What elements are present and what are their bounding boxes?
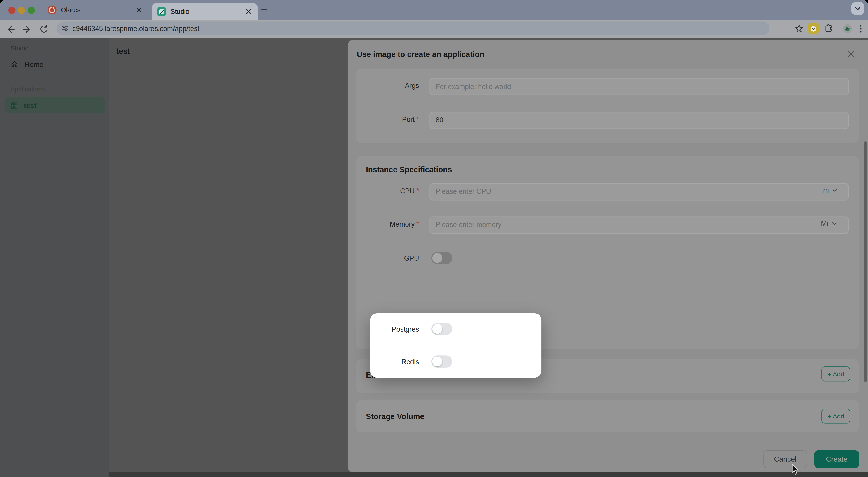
studio-favicon-icon bbox=[157, 7, 166, 16]
back-icon[interactable] bbox=[3, 22, 18, 36]
cancel-button[interactable]: Cancel bbox=[763, 450, 807, 469]
create-button[interactable]: Create bbox=[814, 450, 859, 469]
reload-icon[interactable] bbox=[37, 22, 51, 36]
extension-dog-icon[interactable] bbox=[808, 23, 819, 34]
modal-scrollbar[interactable] bbox=[864, 141, 867, 382]
memory-label: Memory* bbox=[356, 220, 419, 228]
tab-olares[interactable]: Olares bbox=[42, 0, 148, 20]
add-storage-volume-button[interactable]: + Add bbox=[822, 409, 850, 423]
memory-input[interactable] bbox=[430, 216, 848, 233]
sidebar-section-studio: Studio bbox=[0, 38, 109, 52]
page-bottom-strip bbox=[109, 472, 868, 477]
create-application-modal: Use image to create an application Args … bbox=[347, 39, 868, 472]
toggle-knob bbox=[432, 253, 442, 263]
cpu-label: CPU* bbox=[356, 187, 419, 195]
sidebar-item-label: Home bbox=[24, 60, 43, 68]
args-input[interactable] bbox=[430, 78, 848, 95]
toggle-knob bbox=[432, 357, 442, 366]
tab-studio[interactable]: Studio bbox=[152, 3, 258, 20]
olares-favicon-icon bbox=[48, 5, 57, 14]
postgres-label: Postgres bbox=[370, 325, 419, 333]
home-icon bbox=[11, 60, 18, 68]
port-label: Port* bbox=[356, 116, 419, 123]
postgres-toggle[interactable] bbox=[431, 323, 452, 335]
close-icon[interactable] bbox=[847, 50, 855, 58]
footer-divider bbox=[347, 441, 868, 441]
tab-strip: Olares Studio bbox=[0, 0, 868, 20]
cpu-unit-value: m bbox=[823, 186, 829, 194]
gpu-toggle[interactable] bbox=[431, 252, 452, 264]
sidebar: Studio Home Applications test bbox=[0, 38, 109, 477]
cpu-input[interactable] bbox=[430, 183, 848, 200]
menu-dots-icon[interactable] bbox=[856, 21, 866, 36]
memory-unit-value: Mi bbox=[821, 220, 828, 228]
toolbar-divider bbox=[839, 24, 839, 33]
browser-window: Olares Studio bbox=[0, 0, 868, 477]
url-text: c9446345.laresprime.olares.com/app/test bbox=[72, 25, 199, 32]
modal-title: Use image to create an application bbox=[357, 50, 484, 58]
storage-volume-card: Storage Volume + Add bbox=[356, 400, 859, 432]
general-fields-card: Args Port* bbox=[356, 69, 859, 143]
section-title-storage-volume: Storage Volume bbox=[366, 412, 424, 420]
apps-grid-icon bbox=[11, 101, 18, 109]
chevron-down-icon bbox=[832, 188, 838, 193]
required-asterisk: * bbox=[416, 187, 419, 195]
site-settings-icon[interactable] bbox=[61, 24, 69, 33]
traffic-light-minimize-icon[interactable] bbox=[18, 6, 25, 13]
forward-icon[interactable] bbox=[20, 22, 34, 36]
spotlight-highlight-card: Postgres Redis bbox=[370, 313, 541, 378]
toggle-knob bbox=[432, 324, 442, 334]
section-title-instance-specifications: Instance Specifications bbox=[366, 165, 452, 174]
toolbar-right-icons bbox=[793, 22, 866, 35]
new-tab-icon[interactable] bbox=[259, 5, 269, 15]
tab-label: Studio bbox=[170, 7, 240, 15]
sidebar-item-label: test bbox=[24, 101, 37, 110]
bookmark-star-icon[interactable] bbox=[793, 21, 804, 36]
port-input[interactable] bbox=[430, 112, 848, 129]
traffic-light-close-icon[interactable] bbox=[8, 6, 16, 13]
chevron-down-icon[interactable] bbox=[851, 2, 864, 15]
cursor-pointer-icon bbox=[792, 464, 799, 475]
page-title: test bbox=[116, 47, 130, 55]
url-bar[interactable]: c9446345.laresprime.olares.com/app/test bbox=[57, 22, 770, 35]
tab-close-icon[interactable] bbox=[245, 7, 252, 15]
redis-label: Redis bbox=[370, 358, 419, 365]
profile-avatar[interactable] bbox=[843, 24, 852, 33]
required-asterisk: * bbox=[416, 220, 419, 228]
memory-unit-select[interactable]: Mi bbox=[821, 220, 837, 228]
redis-toggle[interactable] bbox=[431, 355, 452, 367]
cpu-unit-select[interactable]: m bbox=[823, 186, 838, 194]
tab-label: Olares bbox=[61, 6, 131, 14]
traffic-light-zoom-icon[interactable] bbox=[27, 6, 35, 13]
app-page: Studio Home Applications test test Use i… bbox=[0, 38, 868, 477]
required-asterisk: * bbox=[416, 116, 419, 123]
sidebar-section-applications: Applications bbox=[0, 72, 109, 92]
sidebar-item-test-app[interactable]: test bbox=[4, 97, 105, 114]
tab-close-icon[interactable] bbox=[135, 6, 143, 14]
chevron-down-icon bbox=[832, 221, 837, 226]
gpu-label: GPU bbox=[356, 255, 419, 263]
extensions-puzzle-icon[interactable] bbox=[823, 21, 835, 36]
args-label: Args bbox=[356, 82, 419, 90]
add-environment-variable-button[interactable]: + Add bbox=[822, 366, 850, 381]
sidebar-item-home[interactable]: Home bbox=[4, 56, 105, 72]
